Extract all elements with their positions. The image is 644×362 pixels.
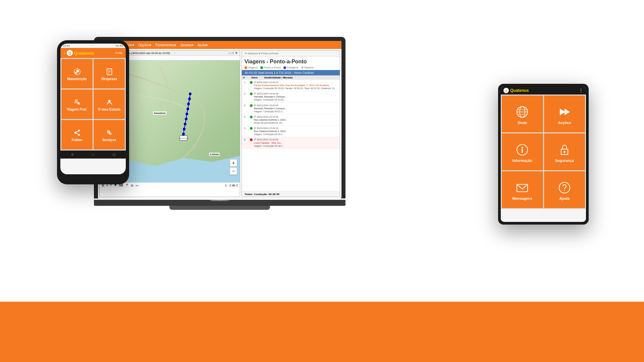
dot-paragens [283,66,286,69]
phone-signal: ▪▪▪ 4G [116,44,123,47]
phone-time: 12:10 [63,44,70,47]
phone-tile-despesas[interactable]: Despesas [94,59,125,88]
phone-logo-subtitle: Frota [115,51,122,55]
tablet-menu-dots[interactable]: ⋮ [579,88,583,93]
trip-entry-num-4: 4. [244,115,249,118]
laptop-base [94,200,345,206]
trip-entry-status-1 [250,81,253,84]
phone-nav-back[interactable]: ◁ [112,152,115,157]
phone-tile-servicos[interactable]: Serviços [94,120,125,149]
svg-text:Q: Q [68,51,71,55]
map-close-btn[interactable]: ✕ [235,51,238,55]
trip-entry-row-6: 6. 3ª 30/01/2024 15:40:05 Local Trabalho… [244,138,338,147]
svg-text:35-XV-32: 35-XV-32 [179,137,188,139]
map-page-info: 1 - 2 de 2 [225,184,238,187]
phone-back-icon[interactable]: ‹ [64,51,65,55]
tablet-tile-seguranca[interactable]: Segurança [544,133,585,170]
receipt-icon [106,68,113,75]
trip-entry-detail-5: Viagem: Condução 00:16:1... [254,133,338,136]
trip-entry-detail-4: tempo de permanência: 00... [254,121,338,124]
trip-entry-time-1: 3ª 30/01/2024 13:42:23 [254,81,338,84]
laptop-camera [210,200,230,201]
tablet-tile-ajuda-label: Ajuda [559,196,570,200]
phone-nav-home[interactable]: ○ [92,152,94,157]
trip-entry-status-5 [250,127,253,130]
trip-entry-addr-2: Ramada, Ramada e Caneças... [254,95,338,98]
map-zoom-controls: + − [230,159,237,175]
map-toolbar-rect[interactable]: ▭ [136,184,139,187]
trip-entry-num-5: 5. [244,127,249,130]
svg-point-12 [78,134,80,136]
trip-col-num: # [243,76,245,79]
trip-entry-num-6: 6. [244,138,249,141]
trip-entry-addr-5: Rua Catarina Eufémia 2, 2610... [254,130,338,133]
phone-tile-viagem[interactable]: Viagem Prof. [61,89,93,119]
map-window-controls: ─ □ ✕ [228,51,238,55]
phone-nav-menu[interactable]: ≡ [71,152,73,157]
trip-entry-status-4 [250,116,253,118]
info-icon [516,143,529,157]
svg-point-16 [109,133,111,134]
trip-entry-row-1: 1. 3ª 30/01/2024 13:42:23 Parque Estacio… [244,81,338,90]
trip-entry-time-4: 3ª 30/01/2024 15:33:26 [254,115,338,118]
svg-line-13 [76,133,78,134]
phone-tile-servicos-label: Serviços [102,138,116,142]
tablet-tile-mensagens-label: Mensagens [512,196,532,200]
laptop-foot [169,206,270,210]
svg-point-11 [74,132,76,134]
trip-col-header: # Hora GeoEntidade / Morada [242,75,340,80]
map-toolbar-circle[interactable]: ◎ [131,184,133,187]
tablet-tile-onde[interactable]: Onde [502,96,543,132]
desktop-menu-opcoes[interactable]: Opções▾ [138,43,151,47]
tablet-tile-grid: Onde Acções Infor [501,95,586,209]
trip-entry-row-5: 5. 3ª 30/01/2024 15:24:16 Rua Catarina E… [244,127,338,136]
map-maximize-btn[interactable]: □ [232,51,234,55]
tablet-tile-ajuda[interactable]: Ajuda [544,171,585,208]
phone-tile-manutencao[interactable]: Manutenção [61,59,93,88]
trip-panel-header: ✕ Histórico ● Ponto-a-Ponto [242,51,340,57]
trip-entry-text-1: 3ª 30/01/2024 13:42:23 Parque Estacionam… [254,81,338,90]
phone-device: 12:10 ▪▪▪ 4G ‹ Q Quatenus Frota [57,40,129,184]
phone-status-bar: 12:10 ▪▪▪ 4G [60,44,126,48]
map-zoom-in[interactable]: + [230,159,237,167]
car-marker-icon [73,99,81,106]
map-minimize-btn[interactable]: ─ [228,51,230,55]
dot-ponto [260,66,263,69]
desktop-menu-ajuda[interactable]: Ajuda▾ [198,43,208,47]
trip-entry-addr-3: Ramada, Ramada e Caneças... [254,107,338,110]
table-row: 3. 3ª 30/01/2024 15:03:06 Ramada, Ramada… [242,103,340,114]
trip-col-geo: GeoEntidade / Morada [264,76,292,79]
tablet-tile-accoes[interactable]: Acções [544,96,585,132]
phone-logo-icon: Q [67,50,73,56]
question-icon [558,181,571,194]
trip-entry-time-3: 3ª 30/01/2024 15:03:06 [254,104,338,107]
person-icon [106,99,113,106]
trip-panel: ✕ Histórico ● Ponto-a-Ponto Viagens - Po… [241,50,340,197]
desktop-app: Q uatenus Ver▾ Opções▾ Ferramentas▾ Jane… [98,41,341,198]
trip-entry-status-6 [250,138,253,141]
tablet-tile-informacao[interactable]: Informação [502,133,543,170]
trip-entry-num-2: 2. [244,92,249,95]
tablet-device: Q Quatenus ⋮ Onde [498,84,589,225]
tablet-body: Q Quatenus ⋮ Onde [498,84,589,225]
forward-icon [558,105,571,119]
lock-icon [558,143,571,157]
mail-icon [516,181,529,194]
phone-tile-follow[interactable]: Follow [61,120,93,149]
phone-tile-manutencao-label: Manutenção [67,77,87,81]
desktop-menu-janelas[interactable]: Janelas▾ [180,43,193,47]
trip-entry-status-2 [250,93,253,95]
trip-entry-num-3: 3. [244,104,249,107]
tablet-logo-icon: Q [503,88,509,93]
phone-tile-estado[interactable]: O meu Estado [94,89,125,119]
trip-vehicle-bar: 35-XV-32 Seat Arona 1.6 TSI 2019 :: Nuno… [242,70,340,75]
desktop-menu-ferramentas[interactable]: Ferramentas▾ [156,43,176,47]
map-zoom-out[interactable]: − [230,167,237,175]
trip-entry-addr-4: Rua Catarina Eufémia 2, 2610... [254,118,338,121]
desktop-menubar: Q uatenus Ver▾ Opções▾ Ferramentas▾ Jane… [98,41,341,49]
tablet-tile-mensagens[interactable]: Mensagens [502,171,543,208]
gears-icon [106,129,113,136]
trip-total: Totais: Condução: 00:36:55 [242,191,340,197]
share-icon [73,129,81,136]
desktop-content: Map Explorer - Histórico (30/01/2024 das… [98,49,341,198]
